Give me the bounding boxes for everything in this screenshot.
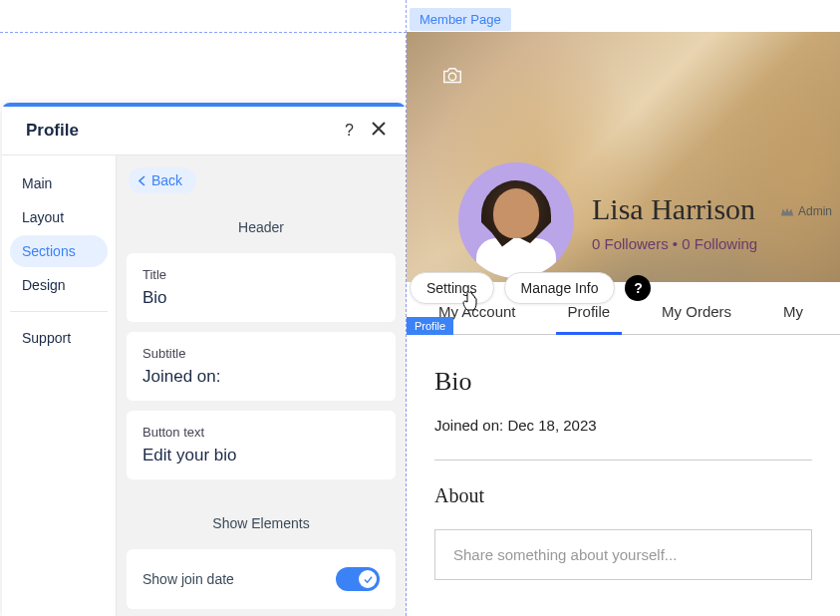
help-circle-icon[interactable]: ? [625,275,651,301]
profile-name: Lisa Harrison [592,192,755,226]
close-icon[interactable] [372,122,386,140]
field-button-text[interactable]: Button text Edit your bio [127,411,396,479]
nav-item-support[interactable]: Support [10,322,108,354]
field-subtitle-label: Subtitle [142,346,380,361]
section-heading-elements: Show Elements [117,489,406,549]
back-button[interactable]: Back [129,167,196,193]
cover-image[interactable]: Lisa Harrison Admin 0 Followers • 0 Foll… [407,32,840,282]
field-title-label: Title [142,267,380,282]
toggle-knob [359,570,377,588]
manage-info-pill[interactable]: Manage Info [504,272,616,304]
nav-separator [10,311,108,312]
settings-pill[interactable]: Settings [410,272,494,304]
divider [434,460,812,461]
toggle-join-date-row: Show join date [127,549,396,609]
back-label: Back [151,172,182,188]
nav-item-layout[interactable]: Layout [10,201,108,233]
camera-icon[interactable] [440,64,464,88]
field-title[interactable]: Title Bio [127,253,396,322]
help-icon[interactable]: ? [345,122,354,140]
panel-title: Profile [26,121,79,141]
admin-label: Admin [798,204,832,218]
field-title-value: Bio [142,288,380,308]
avatar[interactable] [458,162,574,278]
profile-body: Bio Joined on: Dec 18, 2023 About Share … [407,337,840,616]
nav-item-sections[interactable]: Sections [10,235,108,267]
field-button-text-value: Edit your bio [142,446,380,465]
bio-heading: Bio [434,367,812,397]
settings-panel: Profile ? Main Layout Sections Design Su… [2,103,406,616]
panel-content: Back Header Title Bio Subtitle Joined on… [117,155,406,616]
tab-my-orders[interactable]: My Orders [658,293,735,334]
nav-item-main[interactable]: Main [10,167,108,199]
svg-point-0 [448,73,455,80]
tab-more[interactable]: My [779,293,807,334]
field-button-text-label: Button text [142,425,380,440]
field-subtitle[interactable]: Subtitle Joined on: [127,332,396,401]
follow-stats[interactable]: 0 Followers • 0 Following [592,235,757,252]
nav-item-design[interactable]: Design [10,269,108,301]
toggle-join-date-label: Show join date [142,571,234,587]
element-action-pills: Settings Manage Info ? [410,272,651,304]
section-heading-header: Header [117,193,406,253]
selection-tag-profile: Profile [407,317,453,335]
about-heading: About [434,484,812,507]
pointer-cursor-icon [461,292,477,316]
toggle-join-date[interactable] [336,567,380,591]
panel-header: Profile ? [2,107,406,155]
admin-badge: Admin [780,204,832,218]
page-tag: Member Page [410,8,511,31]
panel-side-nav: Main Layout Sections Design Support [2,155,117,616]
about-textarea[interactable]: Share something about yourself... [434,529,812,580]
field-subtitle-value: Joined on: [142,367,380,387]
joined-text: Joined on: Dec 18, 2023 [434,417,812,434]
